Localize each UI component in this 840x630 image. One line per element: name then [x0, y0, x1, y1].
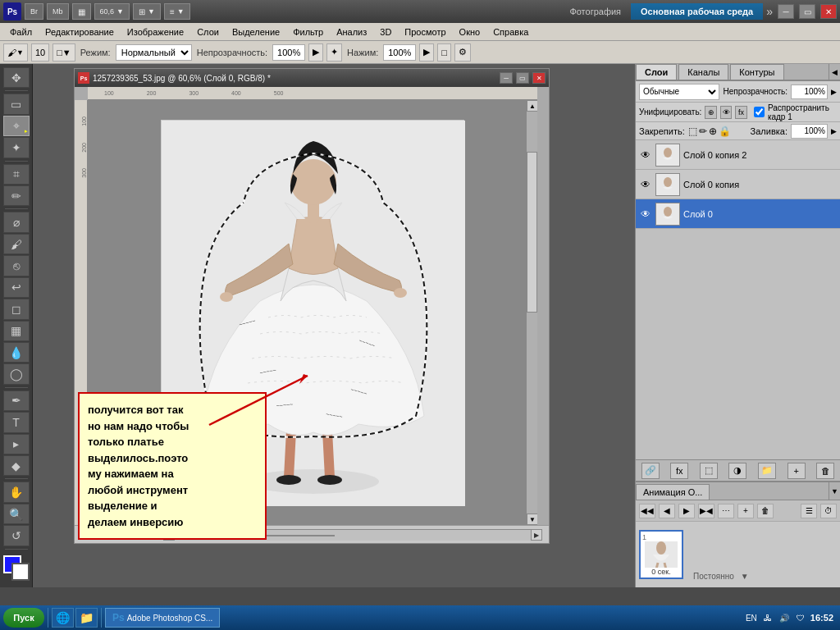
mini-bridge-button[interactable]: Mb [47, 3, 69, 20]
anim-next-button[interactable]: ▶◀ [698, 504, 714, 518]
doc-close-button[interactable]: ✕ [532, 72, 546, 84]
animation-tab[interactable]: Анимация О... [636, 484, 710, 500]
speaker-icon[interactable]: 🔊 [778, 611, 791, 624]
scroll-track-v[interactable] [527, 112, 537, 514]
fill-value[interactable]: 100% [791, 124, 828, 139]
scroll-up-button[interactable]: ▲ [527, 100, 537, 112]
anim-tween-button[interactable]: ⋯ [718, 504, 734, 518]
fill-arrow[interactable]: ▶ [831, 127, 837, 135]
rotate-view-tool[interactable]: ↺ [3, 525, 30, 546]
panel-collapse-button[interactable]: ◀ [829, 64, 840, 80]
brush-size-input[interactable]: 10 [31, 43, 49, 62]
extra-button[interactable]: ⚙ [454, 43, 471, 62]
menu-file[interactable]: Файл [3, 25, 39, 39]
layer-item-base[interactable]: 👁 Слой 0 [636, 199, 840, 229]
layout2-button[interactable]: ≡ ▼ [164, 3, 190, 20]
path-select-tool[interactable]: ▸ [3, 434, 30, 454]
scroll-thumb-v[interactable] [527, 152, 537, 313]
layer-eye-base[interactable]: 👁 [639, 208, 652, 221]
layout-button[interactable]: ▦ [72, 3, 91, 20]
menu-help[interactable]: Справка [486, 25, 535, 39]
layers-opacity-arrow[interactable]: ▶ [831, 88, 837, 96]
anim-convert-button[interactable]: ⏱ [820, 504, 837, 518]
anim-panel-arrow[interactable]: ▼ [829, 482, 840, 500]
layer-group-button[interactable]: 📁 [758, 463, 776, 479]
layers-blend-mode-select[interactable]: Обычные [639, 84, 719, 100]
magic-wand-tool[interactable]: ✦ [3, 137, 30, 158]
pen-tool[interactable]: ✒ [3, 390, 30, 411]
tab-channels[interactable]: Каналы [678, 64, 728, 80]
zoom-tool[interactable]: 🔍 [3, 504, 30, 524]
anim-new-frame-button[interactable]: + [737, 504, 754, 518]
workspace-arrow-button[interactable]: » [766, 5, 773, 18]
layers-opacity-value[interactable]: 100% [791, 84, 828, 99]
menu-image[interactable]: Изображение [121, 25, 190, 39]
lock-move-icon[interactable]: ⊕ [709, 126, 717, 137]
dodge-tool[interactable]: ◯ [3, 363, 30, 384]
taskbar-photoshop-button[interactable]: Ps Adobe Photoshop CS... [105, 608, 220, 628]
layer-link-button[interactable]: 🔗 [641, 463, 660, 479]
brush-tool[interactable]: 🖌 [3, 234, 30, 254]
eraser-tool[interactable]: ◻ [3, 299, 30, 319]
tool-preset-button[interactable]: 🖌 ▼ [3, 43, 28, 62]
layer-eye-copy2[interactable]: 👁 [639, 148, 652, 162]
color-swatches[interactable] [3, 555, 30, 581]
tab-paths[interactable]: Контуры [730, 64, 783, 80]
blur-tool[interactable]: 💧 [3, 342, 30, 363]
layer-item-copy1[interactable]: 👁 Слой 0 копия [636, 170, 840, 199]
menu-select[interactable]: Выделение [226, 25, 286, 39]
scroll-down-button[interactable]: ▼ [527, 514, 537, 525]
start-button[interactable]: Пуск [3, 608, 44, 628]
text-tool[interactable]: T [3, 412, 30, 432]
hand-tool[interactable]: ✋ [3, 482, 30, 502]
menu-filter[interactable]: Фильтр [286, 25, 330, 39]
blend-mode-select[interactable]: Нормальный [116, 44, 192, 61]
close-button[interactable]: ✕ [820, 4, 837, 19]
menu-window[interactable]: Окно [453, 25, 487, 39]
anim-play-button[interactable]: ▶ [678, 504, 695, 518]
spread-frame-checkbox[interactable] [754, 107, 765, 117]
zoom-display[interactable]: 60,6 ▼ [94, 3, 130, 20]
menu-view[interactable]: Просмотр [398, 25, 452, 39]
maximize-button[interactable]: ▭ [799, 4, 815, 19]
minimize-button[interactable]: ─ [778, 4, 794, 19]
workspace-main-button[interactable]: Основная рабочая среда [631, 3, 763, 20]
clone-stamp-tool[interactable]: ⎋ [3, 255, 30, 276]
vertical-scrollbar[interactable]: ▲ ▼ [526, 100, 537, 525]
background-color[interactable] [11, 563, 30, 581]
marquee-tool[interactable]: ▭ [3, 94, 30, 114]
pressure-value[interactable]: 100% [383, 44, 416, 61]
lock-paint-icon[interactable]: ✏ [699, 126, 707, 137]
crop-tool[interactable]: ⌗ [3, 164, 30, 185]
lock-transparent-icon[interactable]: ⬚ [688, 126, 697, 137]
layer-new-button[interactable]: + [788, 463, 806, 479]
opacity-value[interactable]: 100% [272, 44, 305, 61]
menu-analysis[interactable]: Анализ [330, 25, 373, 39]
menu-3d[interactable]: 3D [373, 25, 398, 39]
anim-frame-1[interactable]: 1 0 сек. [639, 530, 683, 579]
unify-visibility-button[interactable]: 👁 [720, 106, 733, 119]
lock-all-icon[interactable]: 🔒 [719, 126, 731, 137]
tab-layers[interactable]: Слои [636, 64, 677, 80]
lasso-tool[interactable]: ⌖ ▸ [3, 116, 30, 136]
anim-delete-frame-button[interactable]: 🗑 [757, 504, 774, 518]
anim-first-button[interactable]: ◀◀ [639, 504, 655, 518]
history-brush-tool[interactable]: ↩ [3, 277, 30, 298]
scroll-right-button[interactable]: ▶ [531, 529, 542, 541]
unify-style-button[interactable]: fx [735, 106, 747, 119]
anim-menu-button[interactable]: ☰ [801, 504, 817, 518]
layer-fx-button[interactable]: fx [670, 463, 688, 479]
taskbar-ie-icon[interactable]: 🌐 [52, 608, 74, 628]
layer-delete-button[interactable]: 🗑 [816, 463, 834, 479]
lang-indicator[interactable]: EN [745, 611, 758, 624]
doc-minimize-button[interactable]: ─ [500, 72, 513, 84]
layer-item-copy2[interactable]: 👁 Слой 0 копия 2 [636, 140, 840, 170]
eyedropper-tool[interactable]: ✏ [3, 185, 30, 206]
arrange-button[interactable]: ⊞ ▼ [133, 3, 161, 20]
shape-tool[interactable]: ◆ [3, 455, 30, 476]
anim-loop-arrow[interactable]: ▼ [741, 572, 749, 581]
gradient-tool[interactable]: ▦ [3, 321, 30, 341]
unify-position-button[interactable]: ⊕ [705, 106, 717, 119]
tablet-button[interactable]: □ [437, 43, 451, 62]
menu-edit[interactable]: Редактирование [39, 25, 121, 39]
